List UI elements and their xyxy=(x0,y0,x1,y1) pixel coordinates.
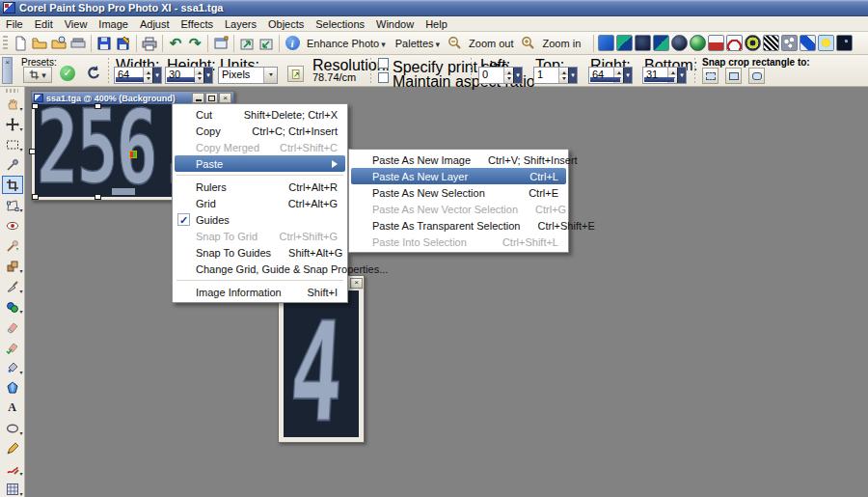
tool-scratch-remover[interactable]: ▾ xyxy=(2,277,23,295)
tools-grip[interactable] xyxy=(6,89,18,93)
floating-image-canvas[interactable]: 4 xyxy=(284,290,359,437)
tool-color-changer[interactable] xyxy=(2,378,23,397)
close-button[interactable]: × xyxy=(219,93,231,103)
menu-item-snap-to-guides[interactable]: Snap To GuidesShift+Alt+G xyxy=(175,244,345,261)
tool-move[interactable]: ▾ xyxy=(2,115,23,133)
toolbar-grip[interactable] xyxy=(3,36,8,51)
menu-effects[interactable]: Effects xyxy=(176,17,219,31)
menu-item-copy-merged[interactable]: Copy MergedCtrl+Shift+C xyxy=(175,139,345,155)
crop-handle-bottom-center[interactable] xyxy=(95,194,101,200)
undo-icon[interactable]: ↶ xyxy=(166,34,185,53)
dropdown-arrow-icon[interactable] xyxy=(263,68,277,83)
width-slider-button[interactable]: ▾ xyxy=(152,68,161,83)
minimize-button[interactable] xyxy=(192,93,204,103)
save-icon[interactable] xyxy=(95,34,114,53)
scribble-icon[interactable] xyxy=(726,35,743,51)
crop-handle-bottom-left[interactable] xyxy=(32,194,39,200)
tool-flood-fill[interactable]: ▾ xyxy=(2,358,23,376)
reset-button[interactable] xyxy=(85,65,101,85)
dark-sphere-icon[interactable] xyxy=(635,35,651,51)
menu-image[interactable]: Image xyxy=(93,17,134,31)
diamond-icon[interactable] xyxy=(800,35,816,51)
zoom-in-icon[interactable] xyxy=(519,34,538,53)
pinwheel2-icon[interactable] xyxy=(653,35,669,51)
redo-icon[interactable]: ↷ xyxy=(185,34,204,53)
tool-clone-brush[interactable]: ▾ xyxy=(2,257,23,275)
menu-objects[interactable]: Objects xyxy=(262,17,310,31)
enhance-photo-button[interactable]: Enhance Photo▾ xyxy=(302,36,391,51)
units-dropdown[interactable]: Pixels xyxy=(218,67,278,84)
tool-selection[interactable]: ▾ xyxy=(2,135,23,153)
menu-item-paste-as-transparent-selection[interactable]: Paste As Transparent SelectionCtrl+Shift… xyxy=(351,217,566,234)
zoom-out-icon[interactable] xyxy=(445,34,464,53)
menu-item-grid[interactable]: GridCtrl+Alt+G xyxy=(175,195,345,211)
crop-handle-left-middle[interactable] xyxy=(29,149,36,154)
menu-item-guides[interactable]: ✓Guides xyxy=(175,211,345,228)
open-icon[interactable] xyxy=(30,34,49,53)
menu-selections[interactable]: Selections xyxy=(310,17,370,31)
tool-background-eraser[interactable] xyxy=(2,338,23,356)
night-photo-icon[interactable] xyxy=(836,35,853,51)
specify-print-size-checkbox[interactable] xyxy=(378,58,389,69)
new-icon[interactable] xyxy=(11,34,30,53)
apply-button[interactable]: ✓ xyxy=(60,66,75,81)
tool-text[interactable]: A xyxy=(2,399,23,417)
import-icon[interactable] xyxy=(237,34,257,53)
export-icon[interactable] xyxy=(257,34,276,53)
menu-item-snap-to-grid[interactable]: Snap To GridCtrl+Shift+G xyxy=(175,228,345,244)
tool-warp-brush[interactable]: ▾ xyxy=(2,459,23,478)
tool-makeover[interactable] xyxy=(2,236,23,255)
photo-red-icon[interactable] xyxy=(708,35,724,51)
tool-crop[interactable] xyxy=(2,176,23,194)
options-palette-handle[interactable]: × xyxy=(2,57,13,84)
palettes-button[interactable]: Palettes▾ xyxy=(391,36,445,51)
maintain-aspect-ratio-checkbox[interactable] xyxy=(378,72,389,83)
pinwheel-icon[interactable] xyxy=(616,35,633,51)
transfer-settings-button[interactable] xyxy=(287,66,304,82)
crop-pivot-marker[interactable] xyxy=(130,152,136,157)
tool-mesh-warp[interactable]: ▾ xyxy=(2,480,23,497)
menu-item-cut[interactable]: CutShift+Delete; Ctrl+X xyxy=(175,106,345,123)
tool-preset-shape[interactable]: ▾ xyxy=(2,419,23,437)
dark-globe-icon[interactable] xyxy=(671,35,688,51)
dots-icon[interactable] xyxy=(781,35,798,51)
menu-item-paste-as-new-image[interactable]: Paste As New ImageCtrl+V; Shift+Insert xyxy=(351,152,566,168)
crop-handle-top-left[interactable] xyxy=(32,103,39,109)
menu-item-change-grid-guide-snap[interactable]: Change Grid, Guide & Snap Properties... xyxy=(175,261,345,277)
menu-file[interactable]: File xyxy=(0,17,29,31)
snap-opaque-button[interactable] xyxy=(725,68,742,84)
left-input[interactable]: 0 ▾ xyxy=(478,67,523,84)
tool-pan[interactable]: ▾ xyxy=(2,95,23,113)
snap-merged-button[interactable] xyxy=(748,68,765,84)
green-globe-icon[interactable] xyxy=(690,35,706,51)
menu-item-image-information[interactable]: Image InformationShift+I xyxy=(175,284,345,300)
menu-adjust[interactable]: Adjust xyxy=(134,17,176,31)
presets-button[interactable]: ▾ xyxy=(23,67,52,83)
print-icon[interactable] xyxy=(140,34,159,53)
tool-red-eye[interactable] xyxy=(2,216,23,235)
close-button[interactable]: × xyxy=(350,278,363,289)
menu-item-paste-as-new-selection[interactable]: Paste As New SelectionCtrl+E xyxy=(351,184,566,201)
tool-straighten[interactable]: ▾ xyxy=(2,196,23,214)
texture-icon[interactable] xyxy=(763,35,779,51)
menu-window[interactable]: Window xyxy=(370,17,420,31)
height-spinner[interactable] xyxy=(194,68,203,83)
menu-item-copy[interactable]: CopyCtrl+C; Ctrl+Insert xyxy=(175,123,345,139)
top-input[interactable]: 1 ▾ xyxy=(533,67,578,84)
tool-dropper[interactable] xyxy=(2,155,23,174)
close-icon[interactable]: × xyxy=(5,58,10,67)
resize-dialog-icon[interactable] xyxy=(211,34,231,53)
menu-item-paste-as-new-vector-selection[interactable]: Paste As New Vector SelectionCtrl+G xyxy=(351,201,566,217)
sun-icon[interactable] xyxy=(818,35,834,51)
ring-icon[interactable] xyxy=(745,35,761,51)
menu-view[interactable]: View xyxy=(59,17,94,31)
maximize-button[interactable] xyxy=(205,93,218,103)
menu-edit[interactable]: Edit xyxy=(29,17,59,31)
tool-color-replacer[interactable]: ▾ xyxy=(2,297,23,316)
menu-item-paste-as-new-layer[interactable]: Paste As New LayerCtrl+L xyxy=(351,168,566,184)
snap-layer-button[interactable] xyxy=(702,68,719,84)
zoom-out-button[interactable]: Zoom out xyxy=(464,36,518,51)
menu-layers[interactable]: Layers xyxy=(219,17,262,31)
height-slider-button[interactable]: ▾ xyxy=(203,68,212,83)
crop-effect-icon[interactable] xyxy=(598,35,614,51)
